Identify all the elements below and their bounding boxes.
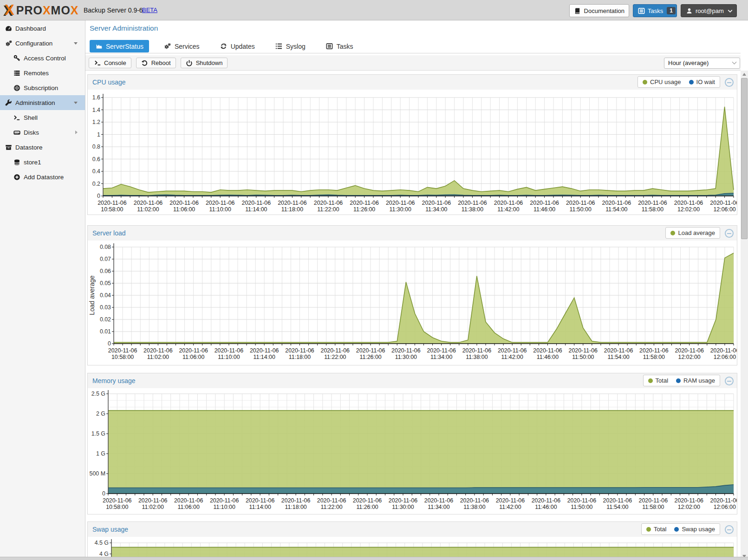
svg-text:11:06:00: 11:06:00 <box>178 504 200 510</box>
page-title: Server Administration <box>90 24 158 33</box>
svg-text:11:18:00: 11:18:00 <box>289 354 311 360</box>
tab-syslog[interactable]: Syslog <box>270 40 311 52</box>
user-menu-button[interactable]: root@pam <box>681 4 737 17</box>
svg-text:2020-11-06: 2020-11-06 <box>604 347 633 354</box>
svg-text:11:46:00: 11:46:00 <box>533 206 555 213</box>
svg-text:11:14:00: 11:14:00 <box>245 206 267 213</box>
documentation-button[interactable]: Documentation <box>569 4 629 17</box>
collapse-panel-icon[interactable] <box>725 78 734 87</box>
tab-updates[interactable]: Updates <box>215 40 260 52</box>
svg-text:1.4: 1.4 <box>92 107 100 113</box>
svg-text:2020-11-06: 2020-11-06 <box>498 347 527 354</box>
collapse-panel-icon[interactable] <box>725 525 734 534</box>
svg-text:2020-11-06: 2020-11-06 <box>278 200 307 206</box>
svg-text:11:22:00: 11:22:00 <box>320 504 342 510</box>
shutdown-button[interactable]: Shutdown <box>181 58 228 68</box>
legend-item-load-average[interactable]: Load average <box>670 229 715 236</box>
tab-label: Updates <box>231 43 255 50</box>
panel-server-load: Server loadLoad average00.010.020.030.04… <box>87 225 737 365</box>
chart-legend: TotalRAM usage <box>643 375 720 386</box>
console-button[interactable]: Console <box>89 58 131 68</box>
sidebar-item-remotes[interactable]: Remotes <box>0 65 85 80</box>
legend-dot-icon <box>646 527 651 532</box>
collapse-panel-icon[interactable] <box>725 229 734 238</box>
svg-text:2020-11-06: 2020-11-06 <box>424 497 454 504</box>
legend-item-total[interactable]: Total <box>648 377 668 384</box>
chart-legend: Load average <box>665 227 720 239</box>
svg-text:1 G: 1 G <box>96 450 105 457</box>
tab-serverstatus[interactable]: ServerStatus <box>90 40 149 52</box>
button-label: Reboot <box>151 59 171 66</box>
chart-server-load: 00.010.020.030.040.050.060.070.082020-11… <box>88 241 737 365</box>
svg-text:11:58:00: 11:58:00 <box>642 504 664 510</box>
tab-tasks[interactable]: Tasks <box>320 40 359 52</box>
svg-text:0.07: 0.07 <box>100 256 111 262</box>
chevron-down-icon <box>732 60 737 65</box>
legend-item-cpu-usage[interactable]: CPU usage <box>643 78 681 85</box>
sidebar-item-subscription[interactable]: Subscription <box>0 80 85 95</box>
panel-title: Server load <box>88 229 126 237</box>
legend-dot-icon <box>674 527 679 532</box>
sidebar-item-dashboard[interactable]: Dashboard <box>0 21 85 36</box>
chart-legend: TotalSwap usage <box>641 523 720 535</box>
collapsed-arrow-icon[interactable] <box>75 130 78 134</box>
svg-text:0.8: 0.8 <box>92 143 100 150</box>
svg-text:2020-11-06: 2020-11-06 <box>215 347 244 354</box>
svg-text:11:42:00: 11:42:00 <box>501 354 523 360</box>
tasks-button[interactable]: Tasks 1 <box>633 4 677 17</box>
tab-label: ServerStatus <box>106 43 143 50</box>
svg-text:0.06: 0.06 <box>100 268 111 274</box>
svg-text:2020-11-06: 2020-11-06 <box>569 347 598 354</box>
collapse-panel-icon[interactable] <box>725 377 734 385</box>
svg-text:2020-11-06: 2020-11-06 <box>242 200 271 206</box>
svg-text:2020-11-06: 2020-11-06 <box>422 200 451 206</box>
panel-title: Swap usage <box>88 526 128 533</box>
sidebar-item-store1[interactable]: store1 <box>0 155 85 169</box>
legend-item-io-wait[interactable]: IO wait <box>689 78 715 85</box>
legend-item-ram-usage[interactable]: RAM usage <box>676 377 715 384</box>
legend-item-swap-usage[interactable]: Swap usage <box>674 526 715 533</box>
sidebar-item-configuration[interactable]: Configuration <box>0 36 85 51</box>
expanded-arrow-icon[interactable] <box>74 102 78 104</box>
list-icon <box>275 43 283 50</box>
svg-text:11:42:00: 11:42:00 <box>499 504 521 510</box>
sidebar-item-datastore[interactable]: Datastore <box>0 140 85 155</box>
svg-text:2020-11-06: 2020-11-06 <box>246 497 275 504</box>
sidebar-item-label: Remotes <box>24 70 49 77</box>
button-label: Console <box>104 59 126 66</box>
chart-area-icon <box>95 43 103 50</box>
svg-text:12:02:00: 12:02:00 <box>678 354 701 360</box>
user-label: root@pam <box>696 7 724 14</box>
time-range-select[interactable]: Hour (average) <box>664 58 740 69</box>
terminal-icon <box>13 114 20 121</box>
sidebar-item-shell[interactable]: Shell <box>0 110 85 125</box>
proxmox-emblem-icon: X <box>5 2 14 19</box>
svg-text:0.01: 0.01 <box>100 328 111 335</box>
svg-text:12:06:00: 12:06:00 <box>714 354 736 360</box>
sidebar-item-administration[interactable]: Administration <box>0 95 85 110</box>
sidebar-item-access-control[interactable]: Access Control <box>0 51 85 65</box>
svg-text:1: 1 <box>97 131 100 138</box>
legend-dot-icon <box>643 80 647 85</box>
reboot-button[interactable]: Reboot <box>136 58 176 68</box>
legend-item-total[interactable]: Total <box>646 526 666 533</box>
legend-label: Load average <box>678 229 715 236</box>
range-select-value: Hour (average) <box>668 59 709 66</box>
vertical-scrollbar[interactable] <box>741 71 748 560</box>
svg-text:2.5 G: 2.5 G <box>91 391 105 397</box>
svg-text:0.2: 0.2 <box>92 181 100 187</box>
expanded-arrow-icon[interactable] <box>74 42 78 45</box>
scrollbar-thumb[interactable] <box>741 78 748 239</box>
svg-text:0.04: 0.04 <box>100 292 111 299</box>
sidebar-item-add-datastore[interactable]: Add Datastore <box>0 169 85 184</box>
sidebar-item-disks[interactable]: Disks <box>0 125 85 140</box>
legend-label: Total <box>654 526 666 533</box>
legend-label: IO wait <box>696 78 715 85</box>
svg-text:2020-11-06: 2020-11-06 <box>386 200 415 206</box>
svg-text:0.08: 0.08 <box>100 244 111 250</box>
scrollbar-up-arrow[interactable] <box>742 73 746 76</box>
svg-text:2020-11-06: 2020-11-06 <box>496 497 525 504</box>
beta-link[interactable]: BETA <box>142 0 157 20</box>
tab-services[interactable]: Services <box>158 40 205 52</box>
sidebar-item-label: store1 <box>24 159 41 166</box>
